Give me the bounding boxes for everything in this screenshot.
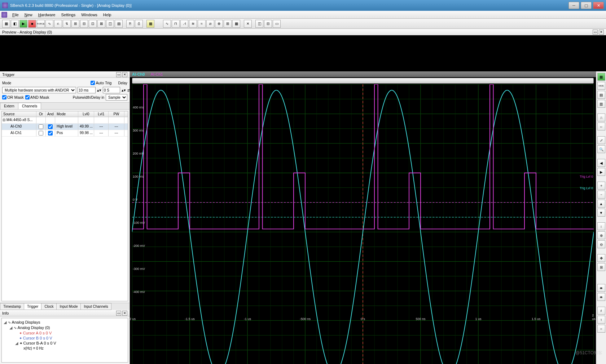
table-row[interactable]: AI-Ch1Pos99.98 ...------ xyxy=(2,130,128,137)
rs-grid-icon[interactable]: ▦ xyxy=(597,73,605,81)
tb-22[interactable]: ≈ xyxy=(198,20,206,28)
btab-input-mode[interactable]: Input Mode xyxy=(56,303,81,310)
delay-input[interactable] xyxy=(103,87,120,93)
rs-8[interactable]: 🔍 xyxy=(597,145,605,153)
rs-7[interactable]: ⤢ xyxy=(597,136,605,144)
table-row[interactable]: ⊟ M4i.4450-x8 S... xyxy=(2,117,128,124)
menu-help[interactable]: Help xyxy=(100,12,114,18)
rs-hide-icon[interactable]: HIDE xyxy=(597,82,605,90)
tab-extern[interactable]: Extern xyxy=(0,103,18,109)
tb-11[interactable]: ⊡ xyxy=(89,20,97,28)
col-lvl1[interactable]: Lvl1 xyxy=(94,111,109,117)
btab-timestamp[interactable]: Timestamp xyxy=(0,303,24,310)
col-and[interactable]: And xyxy=(46,111,55,117)
rs-3[interactable]: ▤ xyxy=(597,91,605,99)
menu-settings[interactable]: Settings xyxy=(58,12,78,18)
tree-toggle[interactable]: ◢ xyxy=(15,341,18,346)
rs-22[interactable]: ♯ xyxy=(597,307,605,315)
btab-trigger[interactable]: Trigger xyxy=(24,303,41,310)
rs-23[interactable]: ♮ xyxy=(597,316,605,324)
tb-23[interactable]: ⧄ xyxy=(206,20,214,28)
tb-10[interactable]: ⊟ xyxy=(80,20,88,28)
rs-zoom-out[interactable]: － xyxy=(597,191,605,199)
scope-scrollbar[interactable] xyxy=(132,78,594,84)
col-lvl0[interactable]: Lvl0 xyxy=(78,111,94,117)
cursor-b[interactable]: ✦ Cursor B 0 s 0 V xyxy=(3,336,126,341)
tb-14[interactable]: ▤ xyxy=(115,20,123,28)
auto-trig-check[interactable]: Auto Trig xyxy=(91,81,111,85)
menu-windows[interactable]: Windows xyxy=(78,12,100,18)
rs-10[interactable]: ▶ xyxy=(597,168,605,176)
minimize-button[interactable]: ─ xyxy=(568,2,579,9)
tb-30[interactable]: ▭ xyxy=(273,20,281,28)
rs-13[interactable]: ▲ xyxy=(597,200,605,208)
tb-stop[interactable]: ■ xyxy=(28,20,36,28)
rs-17[interactable]: ⊖ xyxy=(597,240,605,248)
tb-9[interactable]: ⊞ xyxy=(71,20,79,28)
preview-close[interactable]: ✕ xyxy=(599,30,604,35)
col-mode[interactable]: Mode xyxy=(55,111,78,117)
preview-undock[interactable]: ▭ xyxy=(593,30,598,35)
tb-25[interactable]: ⊞ xyxy=(224,20,232,28)
tb-2[interactable]: ◧ xyxy=(11,20,19,28)
tb-21[interactable]: ≋ xyxy=(189,20,197,28)
tree-toggle[interactable]: ◢ xyxy=(3,320,7,325)
close-button[interactable]: ✕ xyxy=(593,2,604,9)
tb-28[interactable]: ◫ xyxy=(255,20,263,28)
rs-6[interactable]: ↔ xyxy=(597,123,605,130)
tb-24[interactable]: ⊕ xyxy=(215,20,223,28)
tb-15[interactable]: ⎘ xyxy=(126,20,134,28)
tb-7[interactable]: ⎌ xyxy=(54,20,62,28)
menu-file[interactable]: File xyxy=(9,12,22,18)
col-source[interactable]: Source xyxy=(2,111,36,117)
maximize-button[interactable]: ▢ xyxy=(581,2,592,9)
tree-toggle[interactable]: ◢ xyxy=(9,325,13,330)
tb-29[interactable]: ⊟ xyxy=(264,20,272,28)
tb-run[interactable]: ▶ xyxy=(19,20,27,28)
tab-channels[interactable]: Channels xyxy=(18,103,41,109)
col-pw[interactable]: PW xyxy=(109,111,124,117)
tb-26[interactable]: ▦ xyxy=(232,20,240,28)
cursor-a[interactable]: ✦ Cursor A 0 s 0 V xyxy=(3,330,126,336)
tb-18[interactable]: ∿ xyxy=(163,20,171,28)
and-mask-check[interactable]: AND Mask xyxy=(25,95,49,99)
tb-8[interactable]: ↯ xyxy=(63,20,71,28)
menu-new[interactable]: New xyxy=(22,12,35,18)
tb-6[interactable]: ∿ xyxy=(45,20,53,28)
tb-20[interactable]: ⩘ xyxy=(180,20,188,28)
rs-19[interactable]: ⊞ xyxy=(597,263,605,271)
scope-display[interactable]: AI-Ch0 AI-Ch1 400 mV300 mV200 mV100 mV0 … xyxy=(130,71,596,364)
rs-14[interactable]: ▼ xyxy=(597,209,605,217)
tb-27[interactable]: ✕ xyxy=(244,20,252,28)
btab-clock[interactable]: Clock xyxy=(41,303,57,310)
timeout-input[interactable] xyxy=(78,87,96,93)
tb-16[interactable]: ⎙ xyxy=(135,20,143,28)
col-or[interactable]: Or xyxy=(36,111,46,117)
rs-21[interactable]: ⩨ xyxy=(597,293,605,301)
ch1-label[interactable]: AI-Ch1 xyxy=(150,72,163,76)
tb-17[interactable]: ▦ xyxy=(146,20,154,28)
trigger-undock[interactable]: ▭ xyxy=(116,72,121,77)
rs-4[interactable]: ▥ xyxy=(597,100,605,108)
table-row[interactable]: AI-Ch0High level49.99 ...------ xyxy=(2,124,128,130)
info-close[interactable]: ✕ xyxy=(122,311,127,316)
info-undock[interactable]: ▭ xyxy=(116,311,121,316)
tb-1[interactable]: ▦ xyxy=(2,20,10,28)
rs-24[interactable]: ○ xyxy=(597,325,605,333)
trigger-close[interactable]: ✕ xyxy=(122,72,127,77)
rs-20[interactable]: ⩩ xyxy=(597,284,605,292)
pw-unit-select[interactable]: Samples xyxy=(106,94,127,101)
rs-9[interactable]: ◀ xyxy=(597,159,605,167)
menu-hardware[interactable]: Hardware xyxy=(35,12,58,18)
rs-zoom-in[interactable]: ＋ xyxy=(597,182,605,190)
tb-19[interactable]: ⊓ xyxy=(172,20,180,28)
ch0-label[interactable]: AI-Ch0 xyxy=(132,72,145,76)
rs-18[interactable]: ✥ xyxy=(597,254,605,262)
tb-13[interactable]: ◫ xyxy=(106,20,114,28)
tb-12[interactable]: ⊠ xyxy=(97,20,105,28)
rs-16[interactable]: ⊕ xyxy=(597,231,605,239)
btab-input-channels[interactable]: Input Channels xyxy=(80,303,111,310)
rs-15[interactable]: ↕ xyxy=(597,222,605,230)
tb-force[interactable]: FORCE xyxy=(37,20,45,28)
mode-select[interactable]: Multiple hardware sources with AND/OR xyxy=(2,87,76,93)
